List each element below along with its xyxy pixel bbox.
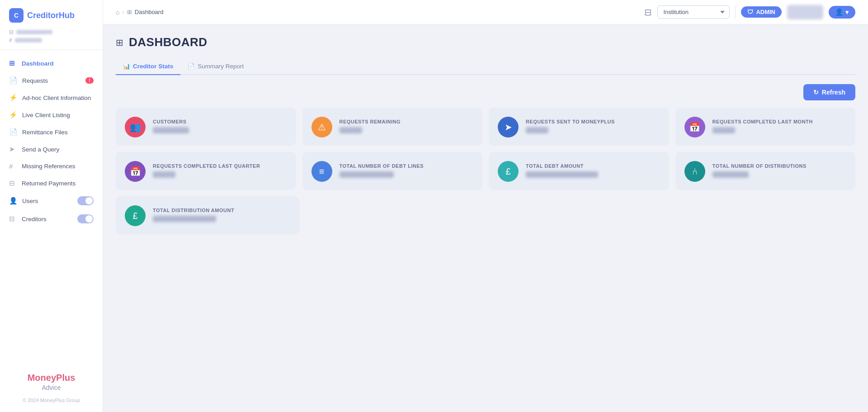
total-debt-amount-label: TOTAL DEBT AMOUNT: [526, 163, 660, 169]
send-query-icon: ➤: [9, 145, 17, 153]
requests-completed-month-icon: 📅: [689, 122, 700, 133]
tab-creditor-stats-label: Creditor Stats: [133, 63, 173, 70]
dashboard-icon: ⊞: [9, 59, 17, 67]
sidebar-item-adhoc[interactable]: ⚡ Ad-hoc Client Information: [0, 89, 103, 106]
total-distributions-icon: ⑃: [692, 166, 698, 177]
user-menu-button[interactable]: 👤 ▾: [829, 6, 855, 19]
requests-badge: !: [85, 77, 94, 84]
sidebar-label-missing-refs: Missing References: [22, 163, 75, 170]
sidebar-item-creditors[interactable]: ⊟ Creditors: [0, 210, 103, 228]
page-content: ⊞ DASHBOARD 📊 Creditor Stats 📄 Summary R…: [103, 24, 868, 245]
requests-icon: 📄: [9, 76, 18, 85]
requests-completed-quarter-icon-circle: 📅: [125, 161, 146, 182]
stats-row-3: £ TOTAL DISTRIBUTION AMOUNT: [116, 196, 855, 234]
tab-summary-report[interactable]: 📄 Summary Report: [180, 58, 251, 75]
requests-completed-month-value: [712, 127, 735, 133]
requests-remaining-info: REQUESTS REMAINING: [340, 119, 474, 135]
requests-remaining-icon: ⚠: [318, 122, 326, 133]
stat-card-total-distribution-amount: £ TOTAL DISTRIBUTION AMOUNT: [116, 196, 299, 234]
sidebar-item-dashboard[interactable]: ⊞ Dashboard: [0, 55, 103, 72]
stats-row-2: 📅 REQUESTS COMPLETED LAST QUARTER ≡ TOTA…: [116, 152, 855, 190]
sidebar-sub-row2: #: [9, 37, 94, 43]
requests-completed-month-info: REQUESTS COMPLETED LAST MONTH: [712, 119, 847, 135]
toolbar: ↻ Refresh: [116, 84, 855, 100]
sidebar-label-dashboard: Dashboard: [22, 60, 54, 67]
copyright-text: © 2024 MoneyPlus Group: [9, 398, 94, 403]
total-distribution-amount-label: TOTAL DISTRIBUTION AMOUNT: [153, 208, 290, 213]
customers-icon-circle: 👥: [125, 117, 146, 137]
adhoc-icon: ⚡: [9, 94, 18, 102]
total-distribution-amount-icon: £: [132, 211, 137, 221]
stats-row-1: 👥 CUSTOMERS ⚠ REQUESTS REMAINING ➤: [116, 108, 855, 146]
stat-card-requests-sent: ➤ REQUESTS SENT TO MONEYPLUS: [489, 108, 669, 146]
app-name: CreditorHub: [27, 11, 75, 20]
page-header: ⊞ DASHBOARD: [116, 35, 855, 49]
breadcrumb: ⌂ › ⊞ Dashboard: [116, 9, 163, 16]
sidebar-label-remittance: Remittance Files: [22, 129, 68, 136]
logo-icon: C: [9, 8, 24, 23]
institution-select[interactable]: Institution: [657, 5, 730, 19]
total-distributions-info: TOTAL NUMBER OF DISTRIBUTIONS: [712, 163, 847, 180]
total-debt-lines-label: TOTAL NUMBER OF DEBT LINES: [340, 163, 474, 169]
page-title: DASHBOARD: [129, 35, 208, 49]
total-distributions-value: [712, 171, 749, 178]
sidebar-item-missing-refs[interactable]: # Missing References: [0, 158, 103, 175]
requests-sent-icon: ➤: [505, 122, 512, 133]
sidebar-item-users[interactable]: 👤 Users: [0, 192, 103, 210]
stat-card-total-debt-lines: ≡ TOTAL NUMBER OF DEBT LINES: [302, 152, 483, 190]
total-debt-lines-value: [340, 171, 394, 178]
sidebar-item-returned-payments[interactable]: ⊟ Returned Payments: [0, 175, 103, 192]
requests-sent-value: [526, 127, 548, 133]
requests-sent-info: REQUESTS SENT TO MONEYPLUS: [526, 119, 660, 135]
stat-card-requests-remaining: ⚠ REQUESTS REMAINING: [302, 108, 483, 146]
moneyplus-sub: Advice: [9, 384, 94, 391]
requests-remaining-label: REQUESTS REMAINING: [340, 119, 474, 124]
live-listing-icon: ⚡: [9, 111, 18, 119]
requests-completed-quarter-label: REQUESTS COMPLETED LAST QUARTER: [153, 163, 287, 169]
sidebar-item-live-listing[interactable]: ⚡ Live Client Listing: [0, 106, 103, 123]
user-avatar-blurred: [787, 5, 823, 19]
requests-completed-month-icon-circle: 📅: [684, 117, 705, 137]
refresh-label: Refresh: [822, 89, 845, 96]
customers-label: CUSTOMERS: [153, 119, 287, 124]
breadcrumb-current: Dashboard: [135, 9, 164, 15]
sidebar-item-remittance[interactable]: 📄 Remittance Files: [0, 123, 103, 141]
customers-icon: 👥: [130, 122, 141, 133]
sidebar-nav: ⊞ Dashboard 📄 Requests ! ⚡ Ad-hoc Client…: [0, 52, 103, 364]
sidebar-blurred-1: [16, 30, 52, 34]
sidebar-item-requests[interactable]: 📄 Requests !: [0, 72, 103, 89]
page-header-icon: ⊞: [116, 37, 123, 48]
users-toggle[interactable]: [77, 196, 94, 205]
shield-icon: 🛡: [747, 9, 753, 15]
sidebar-logo: C CreditorHub: [0, 0, 103, 27]
total-debt-amount-value: [526, 171, 598, 178]
requests-sent-icon-circle: ➤: [498, 117, 519, 137]
total-distribution-amount-value: [153, 216, 216, 222]
sidebar-footer: MoneyPlus Advice © 2024 MoneyPlus Group: [0, 364, 103, 412]
requests-remaining-value: [340, 127, 362, 133]
institution-icon: ⊟: [644, 7, 652, 18]
breadcrumb-separator: ›: [122, 9, 124, 15]
creditors-toggle[interactable]: [77, 214, 94, 223]
requests-completed-month-label: REQUESTS COMPLETED LAST MONTH: [712, 119, 847, 124]
sidebar-label-live-listing: Live Client Listing: [22, 112, 70, 118]
requests-sent-label: REQUESTS SENT TO MONEYPLUS: [526, 119, 660, 124]
sidebar-label-adhoc: Ad-hoc Client Information: [22, 95, 91, 101]
sidebar-sub-info: ⊟ #: [0, 27, 103, 48]
sidebar: C CreditorHub ⊟ # ⊞ Dashboard 📄 Requests…: [0, 0, 103, 412]
refresh-button[interactable]: ↻ Refresh: [803, 84, 855, 100]
user-menu-chevron: ▾: [845, 8, 849, 16]
sidebar-label-requests: Requests: [22, 77, 48, 84]
sidebar-item-send-query[interactable]: ➤ Send a Query: [0, 141, 103, 158]
home-icon: ⌂: [116, 9, 119, 16]
sidebar-label-creditors: Creditors: [22, 216, 47, 223]
sidebar-divider: [0, 50, 103, 50]
total-distributions-label: TOTAL NUMBER OF DISTRIBUTIONS: [712, 163, 847, 169]
hash-sub-icon: #: [9, 37, 12, 43]
requests-remaining-icon-circle: ⚠: [311, 117, 332, 137]
sidebar-label-send-query: Send a Query: [22, 146, 59, 153]
stat-card-requests-completed-month: 📅 REQUESTS COMPLETED LAST MONTH: [675, 108, 856, 146]
sidebar-label-users: Users: [22, 198, 38, 204]
admin-badge: 🛡 ADMIN: [741, 6, 782, 18]
tab-creditor-stats[interactable]: 📊 Creditor Stats: [116, 58, 180, 75]
